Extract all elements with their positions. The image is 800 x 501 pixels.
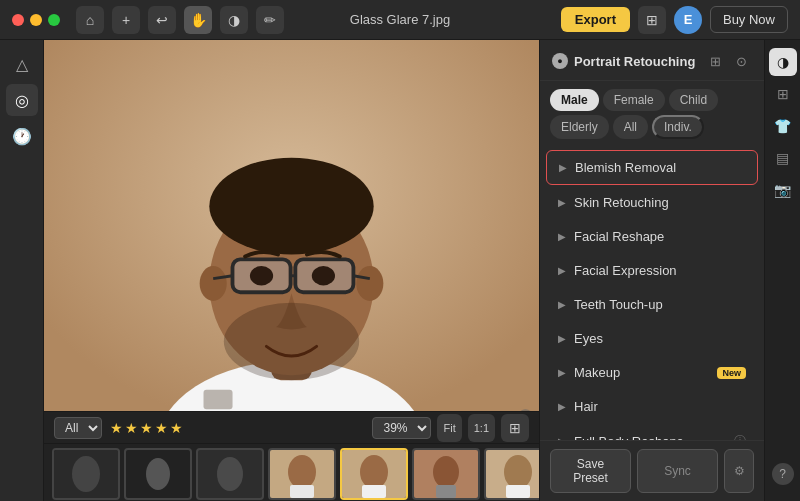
thumbnail-3[interactable] [196, 448, 264, 500]
full-body-arrow: ▶ [558, 436, 566, 440]
teeth-touchup-arrow: ▶ [558, 299, 566, 310]
facial-expression-arrow: ▶ [558, 265, 566, 276]
grid-view-button[interactable]: ⊞ [501, 414, 529, 442]
panel-icon: ● [552, 53, 568, 69]
filmstrip-controls: All ★ ★ ★ ★ ★ 39% Fit 1:1 ⊞ [44, 412, 539, 444]
buy-now-button[interactable]: Buy Now [710, 6, 788, 33]
svg-point-7 [200, 266, 227, 301]
full-body-label: Full Body Reshape [574, 434, 730, 440]
expand-panel-button[interactable]: ⊞ [704, 50, 726, 72]
layout-button[interactable]: ▤ [769, 144, 797, 172]
retouch-tool[interactable]: ◎ [6, 84, 38, 116]
blemish-removal-wrap: ▶ Blemish Removal ✏ ← [540, 150, 764, 185]
hand-tool-button[interactable]: ✋ [184, 6, 212, 34]
fit-button[interactable]: Fit [437, 414, 461, 442]
stamp-tool-button[interactable]: ◑ [220, 6, 248, 34]
right-panel: ● Portrait Retouching ⊞ ⊙ Male Female Ch… [539, 40, 764, 501]
tab-male[interactable]: Male [550, 89, 599, 111]
makeup-item[interactable]: ▶ Makeup New [546, 356, 758, 389]
tab-female[interactable]: Female [603, 89, 665, 111]
user-avatar[interactable]: E [674, 6, 702, 34]
add-button[interactable]: + [112, 6, 140, 34]
svg-rect-31 [290, 485, 314, 498]
facial-expression-item[interactable]: ▶ Facial Expression [546, 254, 758, 287]
blemish-removal-label: Blemish Removal [575, 160, 735, 175]
hair-item[interactable]: ▶ Hair ✏ [546, 390, 758, 423]
teeth-touchup-item[interactable]: ▶ Teeth Touch-up [546, 288, 758, 321]
tab-elderly[interactable]: Elderly [550, 115, 609, 139]
footer-settings-button[interactable]: ⚙ [724, 449, 754, 493]
panel-items: ▶ Blemish Removal ✏ ← ▶ Skin Retouching … [540, 145, 764, 440]
history-tool[interactable]: 🕐 [6, 120, 38, 152]
svg-point-17 [312, 266, 335, 285]
save-preset-button[interactable]: Save Preset [550, 449, 631, 493]
palette-button[interactable]: ◑ [769, 48, 797, 76]
tab-indiv[interactable]: Indiv. [652, 115, 704, 139]
filmstrip: All ★ ★ ★ ★ ★ 39% Fit 1:1 ⊞ [44, 411, 539, 501]
undo-button[interactable]: ↩ [148, 6, 176, 34]
svg-point-26 [146, 458, 170, 490]
zoom-select[interactable]: 39% [372, 417, 431, 439]
facial-expression-label: Facial Expression [574, 263, 746, 278]
tab-all[interactable]: All [613, 115, 648, 139]
blemish-removal-item[interactable]: ▶ Blemish Removal ✏ [546, 150, 758, 185]
eyes-label: Eyes [574, 331, 746, 346]
export-button[interactable]: Export [561, 7, 630, 32]
svg-rect-19 [204, 390, 233, 409]
panel-footer: Save Preset Sync ⚙ [540, 440, 764, 501]
help-button[interactable]: ? [772, 463, 794, 485]
svg-point-33 [360, 455, 388, 489]
svg-point-24 [72, 456, 100, 492]
camera-button[interactable]: 📷 [769, 176, 797, 204]
grid-button[interactable]: ⊞ [769, 80, 797, 108]
makeup-new-badge: New [717, 367, 746, 379]
thumbnail-4[interactable] [268, 448, 336, 500]
svg-rect-40 [506, 485, 530, 498]
skin-retouching-item[interactable]: ▶ Skin Retouching ✏ [546, 186, 758, 219]
svg-rect-34 [362, 485, 386, 498]
home-button[interactable]: ⌂ [76, 6, 104, 34]
thumbnail-7[interactable] [484, 448, 539, 500]
canvas-image[interactable]: © Evoto i [44, 40, 539, 411]
thumbnail-6[interactable] [412, 448, 480, 500]
blemish-removal-arrow: ▶ [559, 162, 567, 173]
more-panel-button[interactable]: ⊙ [730, 50, 752, 72]
far-right-strip: ◑ ⊞ 👕 ▤ 📷 ? [764, 40, 800, 501]
full-body-info-icon: ⓘ [734, 433, 746, 440]
svg-rect-37 [436, 485, 456, 498]
shirt-button[interactable]: 👕 [769, 112, 797, 140]
svg-point-18 [224, 303, 359, 380]
tab-child[interactable]: Child [669, 89, 718, 111]
eyes-item[interactable]: ▶ Eyes [546, 322, 758, 355]
makeup-arrow: ▶ [558, 367, 566, 378]
close-traffic-light[interactable] [12, 14, 24, 26]
panel-header-actions: ⊞ ⊙ [704, 50, 752, 72]
compare-button[interactable]: ⊞ [638, 6, 666, 34]
file-title: Glass Glare 7.jpg [350, 12, 450, 27]
filmstrip-thumbnails [44, 444, 539, 501]
left-toolbar: △ ◎ 🕐 [0, 40, 44, 501]
panel-header: ● Portrait Retouching ⊞ ⊙ [540, 40, 764, 81]
titlebar-right: Export ⊞ E Buy Now [561, 6, 788, 34]
main-content: △ ◎ 🕐 [0, 40, 800, 501]
thumbnail-2[interactable] [124, 448, 192, 500]
zoom-controls: 39% Fit 1:1 ⊞ [372, 414, 529, 442]
thumbnail-5[interactable] [340, 448, 408, 500]
titlebar: ⌂ + ↩ ✋ ◑ ✏ Glass Glare 7.jpg Export ⊞ E… [0, 0, 800, 40]
portrait-svg: © Evoto i [44, 40, 539, 411]
maximize-traffic-light[interactable] [48, 14, 60, 26]
category-tabs: Male Female Child Elderly All Indiv. [540, 81, 764, 145]
ratio-button[interactable]: 1:1 [468, 414, 495, 442]
facial-reshape-item[interactable]: ▶ Facial Reshape [546, 220, 758, 253]
svg-point-36 [433, 456, 459, 488]
sync-button[interactable]: Sync [637, 449, 718, 493]
brush-tool-button[interactable]: ✏ [256, 6, 284, 34]
full-body-reshape-item[interactable]: ▶ Full Body Reshape ⓘ [546, 424, 758, 440]
minimize-traffic-light[interactable] [30, 14, 42, 26]
landscape-tool[interactable]: △ [6, 48, 38, 80]
hair-arrow: ▶ [558, 401, 566, 412]
panel-title: Portrait Retouching [574, 54, 698, 69]
facial-reshape-arrow: ▶ [558, 231, 566, 242]
thumbnail-1[interactable] [52, 448, 120, 500]
filter-select[interactable]: All [54, 417, 102, 439]
